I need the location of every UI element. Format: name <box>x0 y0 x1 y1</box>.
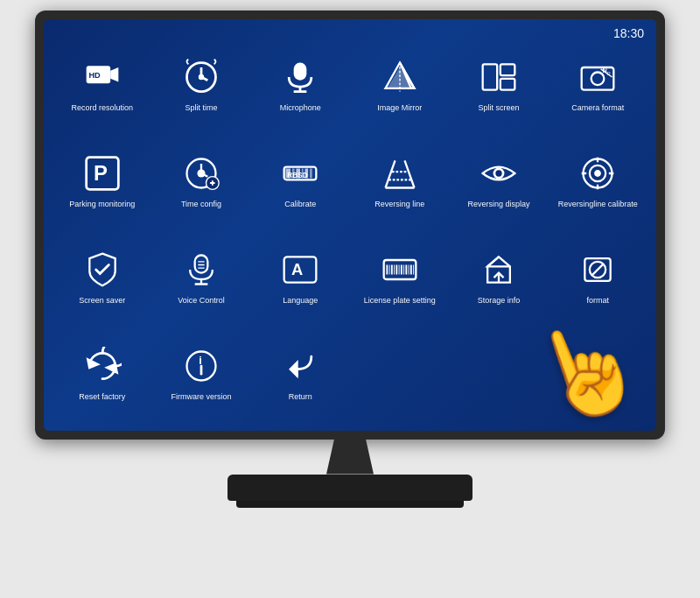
menu-item-microphone[interactable]: Microphone <box>251 37 350 133</box>
svg-point-18 <box>592 73 605 86</box>
menu-item-split-screen[interactable]: Split screen <box>449 37 548 133</box>
menu-label-screen-saver: Screen saver <box>79 296 125 306</box>
menu-item-voice-control[interactable]: Voice Control <box>151 229 250 326</box>
menu-label-image-mirror: Image Mirror <box>377 103 422 113</box>
menu-item-reversing-display[interactable]: Reversing display <box>449 133 548 229</box>
svg-rect-35 <box>297 169 301 179</box>
menu-item-empty-3 <box>549 326 648 422</box>
svg-point-48 <box>596 171 601 176</box>
monitor-bezel: 18:30 HD Record resolution <box>35 11 665 440</box>
hd-camera-icon: HD <box>81 56 123 98</box>
svg-rect-37 <box>305 169 309 179</box>
svg-line-40 <box>404 160 414 187</box>
svg-rect-15 <box>500 64 515 75</box>
svg-text:A: A <box>291 260 303 278</box>
svg-rect-7 <box>294 63 307 81</box>
menu-label-firmware-version: Firmware version <box>171 392 231 402</box>
menu-label-storage-info: Storage info <box>478 296 521 306</box>
screen: 18:30 HD Record resolution <box>44 19 656 431</box>
return-icon <box>279 345 321 387</box>
svg-marker-78 <box>107 364 116 372</box>
menu-item-empty-1 <box>350 326 449 422</box>
menu-label-calibrate: Calibrate <box>284 200 316 209</box>
svg-marker-82 <box>290 362 297 376</box>
svg-point-6 <box>200 75 203 79</box>
svg-rect-53 <box>195 256 208 273</box>
menu-label-language: Language <box>283 296 318 306</box>
svg-rect-36 <box>302 169 304 179</box>
menu-label-split-screen: Split screen <box>478 103 519 113</box>
menu-item-firmware-version[interactable]: i Firmware version <box>151 326 250 422</box>
split-screen-icon <box>478 56 520 98</box>
monitor-neck <box>324 440 376 475</box>
clock-icon <box>180 56 222 98</box>
svg-rect-34 <box>292 169 295 179</box>
menu-label-return: Return <box>289 392 312 402</box>
svg-rect-38 <box>310 169 312 179</box>
time-config-icon <box>180 152 222 194</box>
eye-icon <box>478 152 520 194</box>
storage-icon <box>478 249 520 291</box>
svg-rect-14 <box>483 64 498 89</box>
svg-marker-77 <box>88 360 97 368</box>
language-icon: A <box>279 249 321 291</box>
menu-item-calibrate[interactable]: RBSD Calibrate <box>251 133 350 229</box>
svg-line-39 <box>385 160 395 187</box>
menu-label-reset-factory: Reset factory <box>79 392 125 402</box>
info-icon: i <box>180 345 222 387</box>
menu-item-storage-info[interactable]: Storage info <box>449 229 548 326</box>
menu-label-split-time: Split time <box>185 103 217 113</box>
menu-item-time-config[interactable]: Time config <box>151 133 250 229</box>
microphone-icon <box>279 56 321 98</box>
svg-rect-16 <box>500 79 515 90</box>
menu-item-format[interactable]: format <box>549 229 648 326</box>
no-storage-icon <box>577 249 619 291</box>
shield-icon <box>81 249 123 291</box>
menu-item-parking-monitoring[interactable]: P Parking monitoring <box>52 133 151 229</box>
menu-label-reversing-line: Reversing line <box>374 200 424 209</box>
menu-label-reversing-display: Reversing display <box>467 200 529 209</box>
menu-item-license-plate[interactable]: License plate setting <box>350 229 449 326</box>
menu-label-voice-control: Voice Control <box>178 296 225 306</box>
menu-label-reversingline-calibrate: Reversingline calibrate <box>558 200 638 209</box>
camera-format-icon: N P <box>577 56 619 98</box>
reversing-line-icon <box>379 152 421 194</box>
menu-label-microphone: Microphone <box>280 103 321 113</box>
svg-point-45 <box>495 170 501 176</box>
menu-item-language[interactable]: A Language <box>251 229 350 326</box>
menu-label-license-plate: License plate setting <box>364 296 436 306</box>
svg-line-76 <box>592 264 604 276</box>
menu-label-camera-format: Camera format <box>571 103 624 113</box>
menu-item-image-mirror[interactable]: Image Mirror <box>350 37 449 133</box>
mirror-icon <box>379 56 421 98</box>
menu-item-reversingline-calibrate[interactable]: Reversingline calibrate <box>549 133 648 229</box>
menu-item-reset-factory[interactable]: Reset factory <box>52 326 151 422</box>
parking-icon: P <box>81 152 123 194</box>
menu-item-empty-2 <box>449 326 548 422</box>
svg-text:HD: HD <box>88 71 101 80</box>
menu-item-camera-format[interactable]: N P Camera format <box>549 37 648 133</box>
svg-rect-33 <box>286 169 291 179</box>
menu-label-parking-monitoring: Parking monitoring <box>69 200 135 209</box>
menu-item-return[interactable]: Return <box>251 326 350 422</box>
menu-item-screen-saver[interactable]: Screen saver <box>52 229 151 326</box>
license-plate-icon <box>379 249 421 291</box>
menu-item-split-time[interactable]: Split time <box>151 37 250 133</box>
monitor: 18:30 HD Record resolution <box>18 11 682 588</box>
time-display: 18:30 <box>613 26 644 40</box>
svg-text:P: P <box>94 161 108 185</box>
target-icon <box>577 152 619 194</box>
menu-label-format: format <box>587 296 610 306</box>
reset-icon <box>81 345 123 387</box>
menu-label-time-config: Time config <box>181 200 221 209</box>
menu-item-record-resolution[interactable]: HD Record resolution <box>52 37 151 133</box>
microphone-alt-icon <box>180 249 222 291</box>
menu-label-record-resolution: Record resolution <box>71 103 133 113</box>
svg-marker-2 <box>110 67 118 82</box>
calibrate-icon: RBSD <box>279 152 321 194</box>
menu-item-reversing-line[interactable]: Reversing line <box>350 133 449 229</box>
menu-grid: HD Record resolution <box>44 19 656 431</box>
monitor-base <box>228 475 472 501</box>
